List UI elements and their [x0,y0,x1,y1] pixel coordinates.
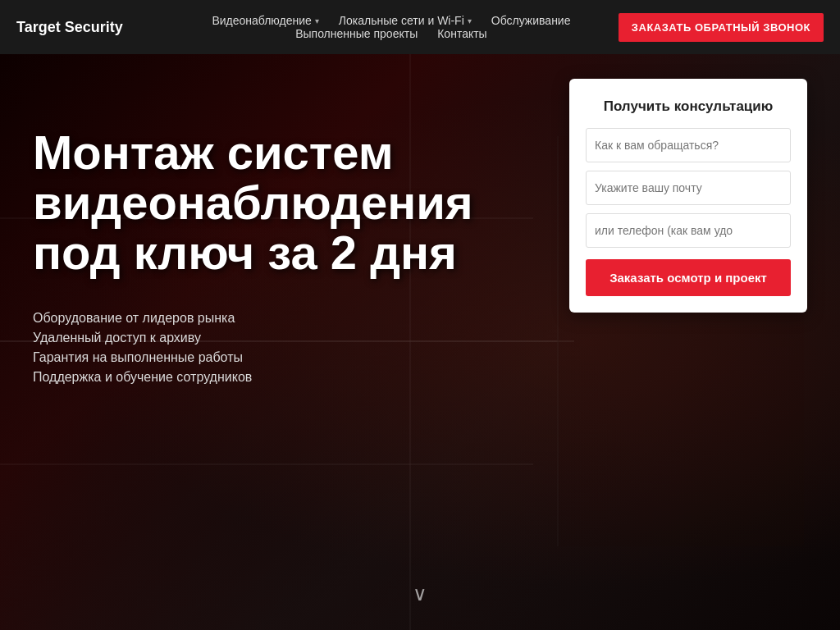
callback-button[interactable]: ЗАКАЗАТЬ ОБРАТНЫЙ ЗВОНОК [619,13,824,42]
phone-input[interactable] [586,213,791,248]
nav-item-networks[interactable]: Локальные сети и Wi-Fi ▾ [339,14,472,27]
consultation-form: Получить консультацию Заказать осмотр и … [569,79,807,313]
dropdown-arrow-icon: ▾ [468,16,472,25]
nav-item-contacts[interactable]: Контакты [437,27,486,40]
nav-item-service[interactable]: Обслуживание [491,14,571,27]
scroll-down-button[interactable]: ∨ [413,582,427,605]
hero-content: Монтаж систем видеонаблюдения под ключ з… [33,103,492,581]
form-submit-button[interactable]: Заказать осмотр и проект [586,259,791,296]
nav-item-projects[interactable]: Выполненные проекты [295,27,418,40]
hero-section: Монтаж систем видеонаблюдения под ключ з… [0,54,840,630]
feature-item-2: Удаленный доступ к архиву [33,331,492,345]
main-nav: Видеонаблюдение ▾ Локальные сети и Wi-Fi… [164,14,619,40]
feature-item-4: Поддержка и обучение сотрудников [33,370,492,385]
nav-item-video[interactable]: Видеонаблюдение ▾ [212,14,318,27]
nav-row-2: Выполненные проекты Контакты [164,27,619,40]
form-title: Получить консультацию [586,98,791,115]
logo: Target Security [16,19,164,36]
hero-title: Монтаж систем видеонаблюдения под ключ з… [33,128,492,278]
hero-features-list: Оборудование от лидеров рынка Удаленный … [33,311,492,385]
header: Target Security Видеонаблюдение ▾ Локаль… [0,0,840,54]
feature-item-3: Гарантия на выполненные работы [33,350,492,365]
nav-row-1: Видеонаблюдение ▾ Локальные сети и Wi-Fi… [164,14,619,27]
email-input[interactable] [586,171,791,205]
dropdown-arrow-icon: ▾ [315,16,319,25]
name-input[interactable] [586,128,791,162]
feature-item-1: Оборудование от лидеров рынка [33,311,492,326]
